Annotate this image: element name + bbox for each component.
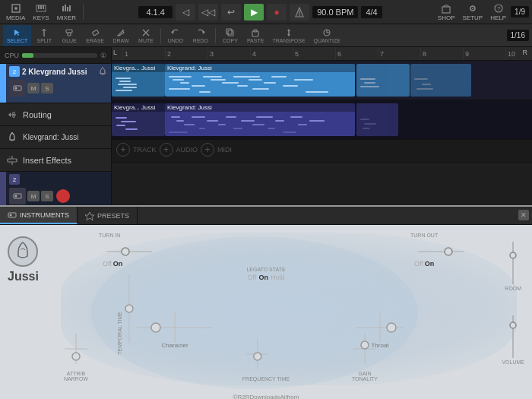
keys-btn[interactable]: KEYS bbox=[30, 2, 52, 23]
ruler: L 1 2 3 4 5 6 7 8 R 9 10 bbox=[112, 47, 532, 61]
attrib-control[interactable]: ATTRIB NARROW bbox=[61, 330, 91, 382]
transpose-tool[interactable]: TRANSPOSE bbox=[268, 25, 309, 46]
add-track-btn[interactable]: + bbox=[116, 143, 130, 157]
track-2-clip-1[interactable]: Klevgra... Jussi bbox=[112, 103, 165, 136]
track-1-clip-2[interactable]: Klevgrand: Jussi bbox=[165, 64, 355, 97]
svg-point-66 bbox=[387, 323, 396, 332]
svg-marker-31 bbox=[287, 34, 290, 36]
copyright: ©R2RDownloadeAllfrom bbox=[233, 394, 299, 399]
draw-tool[interactable]: DRAW bbox=[109, 25, 133, 46]
mute-tool[interactable]: MUTE bbox=[134, 25, 158, 46]
track-1-solo-btn[interactable]: S bbox=[41, 83, 53, 93]
track-1-mute-btn[interactable]: M bbox=[27, 83, 40, 93]
temporal-control[interactable]: TEMPORAL TIME bbox=[122, 271, 137, 355]
empty-lane[interactable]: + TRACK + AUDIO + MIDI bbox=[112, 140, 532, 163]
main-area: CPU ① 2 2 Klevgrand Jussi bbox=[0, 47, 532, 205]
track-1-header[interactable]: 2 2 Klevgrand Jussi M S bbox=[0, 64, 111, 103]
audio-label: AUDIO bbox=[176, 146, 198, 154]
track-2-mute-btn[interactable]: M bbox=[27, 191, 40, 201]
gain-label: GAIN bbox=[350, 371, 380, 376]
ruler-mark-9: 9 bbox=[463, 47, 469, 60]
ruler-mark-8: 8 bbox=[420, 47, 426, 60]
bpm-display[interactable]: 90.0 BPM bbox=[312, 6, 358, 18]
metronome-btn[interactable] bbox=[290, 4, 309, 21]
play-btn[interactable]: ▶ bbox=[244, 4, 264, 21]
clip-4-notes bbox=[410, 74, 471, 97]
redo-tool[interactable]: REDO bbox=[188, 25, 213, 46]
logo-area: Jussi bbox=[8, 236, 39, 283]
routing-item[interactable]: Routing bbox=[0, 103, 111, 126]
track-2-clip-2-header: Klevgrand: Jussi bbox=[165, 103, 355, 112]
logo-circle bbox=[8, 236, 38, 267]
svg-point-63 bbox=[151, 323, 160, 332]
mixer-btn[interactable]: MIXER bbox=[54, 2, 79, 23]
routing-icon bbox=[6, 109, 18, 121]
left-sidebar: CPU ① 2 2 Klevgrand Jussi bbox=[0, 47, 112, 205]
track-1-clip-1[interactable]: Klevgra... Jussi bbox=[112, 64, 165, 97]
svg-rect-19 bbox=[68, 33, 71, 36]
rewind-btn[interactable]: ◁ bbox=[176, 4, 195, 21]
klevgrand-item[interactable]: Klevgrand: Jussi bbox=[0, 126, 111, 149]
volume-control[interactable]: VOLUME bbox=[502, 314, 524, 365]
help-btn[interactable]: ? HELP bbox=[487, 2, 509, 23]
track-2-clip-3[interactable] bbox=[356, 103, 398, 136]
room-control[interactable]: ROOM bbox=[502, 240, 524, 291]
attrib-label: ATTRIB bbox=[61, 371, 91, 376]
svg-rect-6 bbox=[62, 6, 64, 11]
paste-tool[interactable]: PASTE bbox=[243, 25, 268, 46]
instrument-name: Jussi bbox=[8, 270, 39, 283]
insert-effects-item[interactable]: Insert Effects bbox=[0, 149, 111, 172]
track-2-instrument-icon[interactable] bbox=[9, 188, 26, 204]
quantize-display[interactable]: 1/16 bbox=[507, 30, 529, 41]
character-control[interactable]: Character bbox=[129, 309, 220, 349]
gain-control[interactable]: GAIN TONALITY bbox=[350, 330, 380, 382]
track-2-lane[interactable]: Klevgra... Jussi Klevgrand: Jussi bbox=[112, 100, 532, 140]
track-2-solo-btn[interactable]: S bbox=[41, 191, 53, 201]
svg-point-75 bbox=[361, 341, 369, 349]
add-audio-btn[interactable]: + bbox=[160, 143, 173, 157]
record-btn[interactable]: ● bbox=[267, 4, 287, 21]
undo-transport-btn[interactable]: ↩ bbox=[221, 4, 241, 21]
select-tool[interactable]: SELECT bbox=[3, 25, 31, 46]
skip-back-btn[interactable]: ◁◁ bbox=[198, 4, 218, 21]
svg-point-60 bbox=[510, 322, 516, 328]
track-1-clip-3[interactable] bbox=[356, 64, 410, 97]
add-midi-btn[interactable]: + bbox=[201, 143, 214, 157]
legato-toggle[interactable]: Off On Hold bbox=[246, 274, 285, 281]
presets-tab[interactable]: PRESETS bbox=[78, 207, 138, 224]
setup-btn[interactable]: SETUP bbox=[460, 2, 486, 23]
erase-tool[interactable]: ERASE bbox=[82, 25, 108, 46]
svg-point-69 bbox=[72, 353, 80, 360]
track-2-record-btn[interactable] bbox=[56, 189, 70, 203]
frequency-control[interactable]: FREQUENCY TIME bbox=[242, 335, 290, 382]
turn-out-control: TURN OUT Off On bbox=[410, 240, 471, 268]
instruments-tab[interactable]: INSTRUMENTS bbox=[0, 207, 78, 224]
temporal-label: TEMPORAL TIME bbox=[117, 312, 122, 355]
track-2-clip-2-notes bbox=[165, 114, 355, 136]
track-1-instrument-icon[interactable] bbox=[9, 80, 26, 97]
shop-btn[interactable]: SHOP bbox=[435, 2, 458, 23]
close-panel-btn[interactable]: ✕ bbox=[518, 210, 529, 220]
track-1-clip-4[interactable] bbox=[410, 64, 471, 97]
svg-rect-12 bbox=[442, 7, 450, 13]
track-2-num: 2 bbox=[9, 174, 20, 185]
media-btn[interactable]: MEDIA bbox=[3, 2, 28, 23]
undo-tool[interactable]: UNDO bbox=[163, 25, 188, 46]
time-sig[interactable]: 4/4 bbox=[361, 6, 382, 18]
bottom-tabs: INSTRUMENTS PRESETS ✕ bbox=[0, 207, 532, 225]
frequency-label: FREQUENCY TIME bbox=[242, 376, 290, 382]
track-label: TRACK bbox=[133, 146, 157, 154]
glue-tool[interactable]: GLUE bbox=[57, 25, 81, 46]
ruler-mark-1: 1 bbox=[122, 47, 128, 60]
copy-tool[interactable]: COPY bbox=[218, 25, 242, 46]
split-tool[interactable]: SPLIT bbox=[32, 25, 56, 46]
quantize-tool[interactable]: QUANTIZE bbox=[310, 25, 344, 46]
clip-2-header: Klevgrand: Jussi bbox=[165, 64, 355, 72]
volume-label: VOLUME bbox=[502, 359, 524, 365]
track-1-lane[interactable]: Klevgra... Jussi Klevgrand: Jussi bbox=[112, 61, 532, 100]
track-2-clip-2[interactable]: Klevgrand: Jussi bbox=[165, 103, 355, 136]
clip-1-header: Klevgra... Jussi bbox=[112, 64, 165, 72]
ruler-mark-2: 2 bbox=[165, 47, 171, 60]
ruler-mark-10: 10 bbox=[505, 47, 515, 60]
narrow-label: NARROW bbox=[61, 376, 91, 382]
